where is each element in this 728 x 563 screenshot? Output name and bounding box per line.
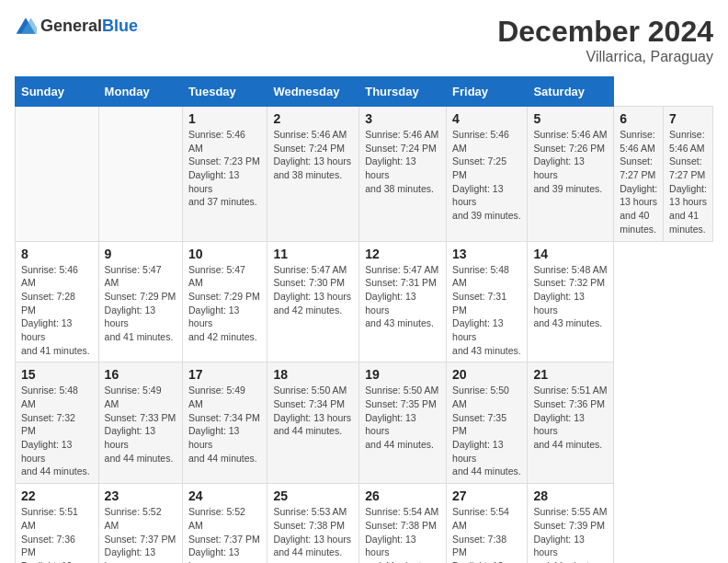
logo: GeneralBlue	[15, 15, 138, 37]
weekday-header-monday: Monday	[98, 77, 182, 107]
day-number: 12	[365, 247, 440, 261]
calendar-cell	[16, 107, 99, 242]
weekday-header-thursday: Thursday	[359, 77, 447, 107]
day-info: Sunrise: 5:46 AMSunset: 7:27 PMDaylight:…	[620, 128, 657, 236]
calendar-cell: 19Sunrise: 5:50 AMSunset: 7:35 PMDayligh…	[359, 362, 447, 484]
day-number: 28	[533, 488, 608, 503]
day-info: Sunrise: 5:46 AMSunset: 7:26 PMDaylight:…	[533, 128, 608, 195]
day-number: 18	[273, 367, 353, 382]
day-number: 7	[669, 111, 707, 126]
day-number: 14	[533, 247, 608, 261]
day-info: Sunrise: 5:55 AMSunset: 7:39 PMDaylight:…	[533, 505, 608, 563]
calendar-cell: 2Sunrise: 5:46 AMSunset: 7:24 PMDaylight…	[267, 107, 359, 242]
calendar-cell: 16Sunrise: 5:49 AMSunset: 7:33 PMDayligh…	[98, 362, 182, 484]
day-number: 22	[21, 488, 93, 503]
logo-blue: Blue	[102, 17, 138, 35]
weekday-header-sunday: Sunday	[16, 77, 99, 107]
day-info: Sunrise: 5:54 AMSunset: 7:38 PMDaylight:…	[365, 505, 440, 563]
calendar-cell: 7Sunrise: 5:46 AMSunset: 7:27 PMDaylight…	[664, 107, 713, 242]
calendar-cell: 24Sunrise: 5:52 AMSunset: 7:37 PMDayligh…	[183, 484, 267, 563]
day-info: Sunrise: 5:46 AMSunset: 7:27 PMDaylight:…	[669, 128, 707, 236]
weekday-header-row: SundayMondayTuesdayWednesdayThursdayFrid…	[16, 77, 713, 107]
calendar-cell: 5Sunrise: 5:46 AMSunset: 7:26 PMDaylight…	[528, 107, 614, 242]
calendar-cell: 6Sunrise: 5:46 AMSunset: 7:27 PMDaylight…	[614, 107, 664, 242]
day-number: 24	[188, 488, 261, 503]
calendar-cell: 11Sunrise: 5:47 AMSunset: 7:30 PMDayligh…	[267, 241, 359, 362]
weekday-header-tuesday: Tuesday	[183, 77, 267, 107]
day-info: Sunrise: 5:46 AMSunset: 7:25 PMDaylight:…	[452, 128, 521, 223]
weekday-header-wednesday: Wednesday	[267, 77, 359, 107]
day-number: 5	[533, 111, 608, 126]
weekday-header-saturday: Saturday	[528, 77, 614, 107]
calendar-cell: 14Sunrise: 5:48 AMSunset: 7:32 PMDayligh…	[528, 241, 614, 362]
calendar-week-row: 22Sunrise: 5:51 AMSunset: 7:36 PMDayligh…	[16, 484, 713, 563]
calendar-table: SundayMondayTuesdayWednesdayThursdayFrid…	[15, 76, 713, 563]
day-info: Sunrise: 5:47 AMSunset: 7:29 PMDaylight:…	[105, 263, 176, 344]
day-info: Sunrise: 5:46 AMSunset: 7:24 PMDaylight:…	[273, 128, 353, 182]
calendar-cell: 12Sunrise: 5:47 AMSunset: 7:31 PMDayligh…	[359, 241, 447, 362]
day-number: 9	[105, 247, 176, 261]
calendar-cell: 8Sunrise: 5:46 AMSunset: 7:28 PMDaylight…	[16, 241, 99, 362]
day-info: Sunrise: 5:52 AMSunset: 7:37 PMDaylight:…	[105, 505, 176, 563]
calendar-cell: 18Sunrise: 5:50 AMSunset: 7:34 PMDayligh…	[267, 362, 359, 484]
calendar-cell: 20Sunrise: 5:50 AMSunset: 7:35 PMDayligh…	[447, 362, 528, 484]
day-number: 20	[452, 367, 521, 382]
calendar-week-row: 15Sunrise: 5:48 AMSunset: 7:32 PMDayligh…	[16, 362, 713, 484]
calendar-cell: 9Sunrise: 5:47 AMSunset: 7:29 PMDaylight…	[98, 241, 182, 362]
day-number: 8	[21, 247, 93, 261]
calendar-cell: 28Sunrise: 5:55 AMSunset: 7:39 PMDayligh…	[528, 484, 614, 563]
calendar-cell: 23Sunrise: 5:52 AMSunset: 7:37 PMDayligh…	[98, 484, 182, 563]
day-info: Sunrise: 5:48 AMSunset: 7:32 PMDaylight:…	[21, 384, 93, 478]
day-number: 26	[365, 488, 440, 503]
day-number: 19	[365, 367, 440, 382]
calendar-cell: 10Sunrise: 5:47 AMSunset: 7:29 PMDayligh…	[183, 241, 267, 362]
calendar-cell: 26Sunrise: 5:54 AMSunset: 7:38 PMDayligh…	[359, 484, 447, 563]
day-number: 10	[188, 247, 261, 261]
calendar-cell: 22Sunrise: 5:51 AMSunset: 7:36 PMDayligh…	[16, 484, 99, 563]
calendar-week-row: 1Sunrise: 5:46 AMSunset: 7:23 PMDaylight…	[16, 107, 713, 242]
day-info: Sunrise: 5:49 AMSunset: 7:34 PMDaylight:…	[188, 384, 261, 465]
day-info: Sunrise: 5:54 AMSunset: 7:38 PMDaylight:…	[452, 505, 521, 563]
calendar-cell	[98, 107, 182, 242]
calendar-cell: 25Sunrise: 5:53 AMSunset: 7:38 PMDayligh…	[267, 484, 359, 563]
day-info: Sunrise: 5:49 AMSunset: 7:33 PMDaylight:…	[105, 384, 176, 465]
day-number: 1	[188, 111, 261, 126]
calendar-cell: 4Sunrise: 5:46 AMSunset: 7:25 PMDaylight…	[447, 107, 528, 242]
calendar-cell: 13Sunrise: 5:48 AMSunset: 7:31 PMDayligh…	[447, 241, 528, 362]
day-info: Sunrise: 5:52 AMSunset: 7:37 PMDaylight:…	[188, 505, 261, 563]
day-number: 15	[21, 367, 93, 382]
calendar-cell: 3Sunrise: 5:46 AMSunset: 7:24 PMDaylight…	[359, 107, 447, 242]
day-number: 25	[273, 488, 353, 503]
day-number: 11	[273, 247, 353, 261]
day-info: Sunrise: 5:47 AMSunset: 7:29 PMDaylight:…	[188, 263, 261, 344]
calendar-cell: 21Sunrise: 5:51 AMSunset: 7:36 PMDayligh…	[528, 362, 614, 484]
day-number: 27	[452, 488, 521, 503]
day-info: Sunrise: 5:46 AMSunset: 7:24 PMDaylight:…	[365, 128, 440, 195]
day-info: Sunrise: 5:47 AMSunset: 7:30 PMDaylight:…	[273, 263, 353, 317]
day-info: Sunrise: 5:47 AMSunset: 7:31 PMDaylight:…	[365, 263, 440, 330]
day-number: 23	[105, 488, 176, 503]
day-number: 17	[188, 367, 261, 382]
day-number: 6	[620, 111, 657, 126]
day-info: Sunrise: 5:48 AMSunset: 7:32 PMDaylight:…	[533, 263, 608, 330]
day-info: Sunrise: 5:51 AMSunset: 7:36 PMDaylight:…	[533, 384, 608, 451]
day-info: Sunrise: 5:50 AMSunset: 7:35 PMDaylight:…	[365, 384, 440, 451]
calendar-cell: 15Sunrise: 5:48 AMSunset: 7:32 PMDayligh…	[16, 362, 99, 484]
title-section: December 2024 Villarrica, Paraguay	[497, 15, 713, 65]
day-number: 2	[273, 111, 353, 126]
logo-icon	[15, 15, 37, 37]
location-title: Villarrica, Paraguay	[497, 49, 713, 65]
day-number: 13	[452, 247, 521, 261]
calendar-cell: 1Sunrise: 5:46 AMSunset: 7:23 PMDaylight…	[183, 107, 267, 242]
page-header: GeneralBlue December 2024 Villarrica, Pa…	[15, 15, 713, 65]
day-info: Sunrise: 5:50 AMSunset: 7:35 PMDaylight:…	[452, 384, 521, 478]
weekday-header-friday: Friday	[447, 77, 528, 107]
day-info: Sunrise: 5:53 AMSunset: 7:38 PMDaylight:…	[273, 505, 353, 559]
day-number: 4	[452, 111, 521, 126]
day-number: 3	[365, 111, 440, 126]
day-number: 21	[533, 367, 608, 382]
day-info: Sunrise: 5:50 AMSunset: 7:34 PMDaylight:…	[273, 384, 353, 438]
day-info: Sunrise: 5:51 AMSunset: 7:36 PMDaylight:…	[21, 505, 93, 563]
logo-general: General	[40, 17, 102, 35]
day-number: 16	[105, 367, 176, 382]
